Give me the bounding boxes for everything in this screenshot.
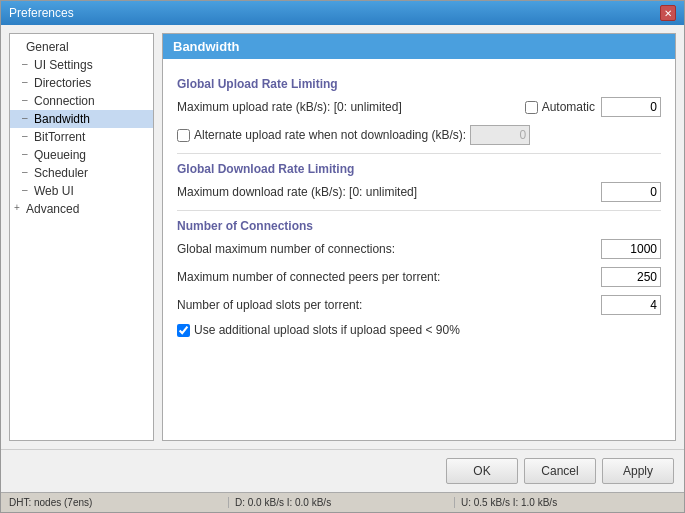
field-label-max-download-rate: Maximum download rate (kB/s): [0: unlimi… [177,185,595,199]
main-panel: Bandwidth Global Upload Rate LimitingMax… [162,33,676,441]
form-row-max-peers-per-torrent: Maximum number of connected peers per to… [177,267,661,287]
bottom-bar: OK Cancel Apply [1,449,684,492]
preferences-window: Preferences ✕ GeneralUI SettingsDirector… [0,0,685,513]
section-header: Bandwidth [163,34,675,59]
cancel-button[interactable]: Cancel [524,458,596,484]
sidebar-item-scheduler[interactable]: Scheduler [10,164,153,182]
field-label-upload-slots: Number of upload slots per torrent: [177,298,595,312]
form-row-max-download-rate: Maximum download rate (kB/s): [0: unlimi… [177,182,661,202]
checkbox-alt-upload[interactable] [177,129,190,142]
form-row-global-max-connections: Global maximum number of connections: [177,239,661,259]
close-button[interactable]: ✕ [660,5,676,21]
apply-button[interactable]: Apply [602,458,674,484]
field-input-max-download-rate[interactable] [601,182,661,202]
field-input-upload-slots[interactable] [601,295,661,315]
checkbox-label-additional-slots: Use additional upload slots if upload sp… [194,323,460,337]
statusbar-segment-1: D: 0.0 kB/s I: 0.0 kB/s [231,497,455,508]
auto-checkbox-max-upload-rate[interactable] [525,101,538,114]
sidebar: GeneralUI SettingsDirectoriesConnectionB… [9,33,154,441]
checkbox-additional-slots[interactable] [177,324,190,337]
checkbox-label-alt-upload: Alternate upload rate when not downloadi… [194,128,466,142]
ok-button[interactable]: OK [446,458,518,484]
field-input-global-max-connections[interactable] [601,239,661,259]
auto-group-max-upload-rate: Automatic [525,100,595,114]
window-content: GeneralUI SettingsDirectoriesConnectionB… [1,25,684,449]
field-label-max-upload-rate: Maximum upload rate (kB/s): [0: unlimite… [177,100,519,114]
form-row-upload-slots: Number of upload slots per torrent: [177,295,661,315]
sidebar-item-bittorrent[interactable]: BitTorrent [10,128,153,146]
sidebar-item-general[interactable]: General [10,38,153,56]
auto-label-max-upload-rate: Automatic [542,100,595,114]
window-title: Preferences [9,6,74,20]
field-input-max-peers-per-torrent[interactable] [601,267,661,287]
divider-after-upload [177,153,661,154]
sidebar-item-advanced[interactable]: Advanced [10,200,153,218]
sidebar-item-bandwidth[interactable]: Bandwidth [10,110,153,128]
sidebar-item-directories[interactable]: Directories [10,74,153,92]
group-label-connections: Number of Connections [177,219,661,233]
checkbox-row-additional-slots: Use additional upload slots if upload sp… [177,323,661,337]
statusbar: DHT: nodes (7ens)D: 0.0 kB/s I: 0.0 kB/s… [1,492,684,512]
content-body: Global Upload Rate LimitingMaximum uploa… [163,59,675,440]
group-label-upload: Global Upload Rate Limiting [177,77,661,91]
sidebar-item-web-ui[interactable]: Web UI [10,182,153,200]
field-label-max-peers-per-torrent: Maximum number of connected peers per to… [177,270,595,284]
statusbar-segment-0: DHT: nodes (7ens) [5,497,229,508]
sidebar-item-ui-settings[interactable]: UI Settings [10,56,153,74]
title-bar: Preferences ✕ [1,1,684,25]
statusbar-segment-2: U: 0.5 kB/s I: 1.0 kB/s [457,497,680,508]
field-label-global-max-connections: Global maximum number of connections: [177,242,595,256]
field-input-max-upload-rate[interactable] [601,97,661,117]
sidebar-item-queueing[interactable]: Queueing [10,146,153,164]
divider-after-download [177,210,661,211]
checkbox-row-alt-upload: Alternate upload rate when not downloadi… [177,125,661,145]
checkbox-input-alt-upload[interactable] [470,125,530,145]
form-row-max-upload-rate: Maximum upload rate (kB/s): [0: unlimite… [177,97,661,117]
group-label-download: Global Download Rate Limiting [177,162,661,176]
sidebar-item-connection[interactable]: Connection [10,92,153,110]
